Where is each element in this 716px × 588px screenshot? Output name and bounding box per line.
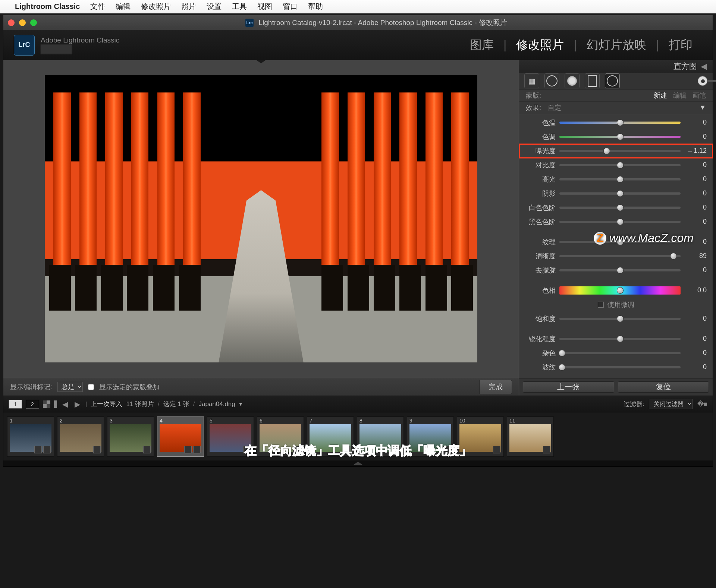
module-print[interactable]: 打印 [659,37,702,53]
filter-label: 过滤器: [624,400,644,408]
slider-saturation-track[interactable] [559,318,681,320]
histogram-header[interactable]: 直方图 ◀ [519,60,713,73]
canvas-footer: 显示编辑标记: 总是 显示选定的蒙版叠加 完成 [3,378,519,396]
thumb-4[interactable]: 4 [157,416,204,457]
graduated-filter-tool-icon[interactable] [585,73,600,88]
redeye-tool-icon[interactable] [565,73,580,88]
fine-adjust-row: 使用微调 [519,298,713,312]
mask-tab-brush[interactable]: 画笔 [693,91,706,100]
module-library[interactable]: 图库 [460,37,503,53]
macos-menu-bar: Lightroom Classic 文件 编辑 修改照片 照片 设置 工具 视图… [0,0,716,13]
reset-button[interactable]: 复位 [618,381,709,393]
thumb-11[interactable]: 11 [507,416,554,457]
thumb-9[interactable]: 9 [407,416,454,457]
slider-hue-track[interactable] [559,286,681,295]
thumb-5[interactable]: 5 [207,416,254,457]
spot-removal-tool-icon[interactable] [544,73,559,88]
zoom-icon[interactable] [30,19,37,26]
fine-adjust-label: 使用微调 [607,300,634,309]
slider-shadows-track[interactable] [559,192,681,195]
slider-tint-track[interactable] [559,136,681,138]
chevron-down-icon[interactable]: ▾ [239,400,242,408]
thumb-6[interactable]: 6 [257,416,304,457]
show-mask-overlay-checkbox[interactable] [88,384,94,390]
slider-blacks-track[interactable] [559,221,681,223]
thumb-1[interactable]: 1 [7,416,54,457]
menu-view[interactable]: 视图 [257,1,272,12]
main-photo[interactable] [45,75,477,362]
slider-dehaze-track[interactable] [559,269,681,271]
module-develop[interactable]: 修改照片 [506,37,574,53]
menu-photo[interactable]: 照片 [181,1,196,12]
slider-contrast-track[interactable] [559,164,681,166]
slider-dehaze: 去朦胧0 [519,263,713,277]
edit-marks-select[interactable]: 总是 [57,382,83,392]
menu-edit[interactable]: 编辑 [116,1,131,12]
module-slideshow[interactable]: 幻灯片放映 [577,37,656,53]
breadcrumb-source[interactable]: 上一次导入 [91,400,122,408]
menu-app-name[interactable]: Lightroom Classic [15,2,80,11]
chevron-left-icon[interactable]: ◀ [701,62,707,71]
menu-settings[interactable]: 设置 [207,1,222,12]
thumb-3[interactable]: 3 [107,416,154,457]
single-view-icon[interactable] [54,400,57,408]
mask-tab-edit[interactable]: 编辑 [673,91,687,100]
filter-select[interactable]: 关闭过滤器 [649,399,693,409]
slider-sharpness: 锐化程度0 [519,332,713,346]
show-mask-overlay-label: 显示选定的蒙版叠加 [99,383,160,392]
badge-icon [343,446,351,453]
slider-hue: 色相0.0 [519,283,713,298]
view-mode-1[interactable]: 1 [9,400,22,409]
grid-view-icon[interactable] [43,400,50,408]
slider-sharpness-track[interactable] [559,338,681,340]
filter-lock-icon[interactable]: �■ [697,400,707,408]
close-icon[interactable] [8,19,15,26]
slider-contrast: 对比度0 [519,158,713,172]
menu-develop[interactable]: 修改照片 [141,1,171,12]
thumb-7[interactable]: 7 [307,416,354,457]
slider-texture-track[interactable] [559,241,681,243]
slider-noise-track[interactable] [559,352,681,354]
slider-clarity-track[interactable] [559,255,681,257]
lrc-badge-icon: Lrc [245,19,254,27]
menu-file[interactable]: 文件 [90,1,105,12]
thumb-10[interactable]: 10 [457,416,504,457]
top-panel-toggle-icon[interactable] [256,60,266,63]
slider-highlights-track[interactable] [559,178,681,180]
filmstrip-bar: 1 2 ◀ ▶ | 上一次导入 11 张照片/ 选定 1 张/ Japan04.… [3,396,713,412]
fine-adjust-checkbox[interactable] [598,302,604,308]
badge-icon [493,446,500,453]
brush-size-knob[interactable] [698,76,707,86]
effect-row: 效果: 自定 ▼ [519,102,713,114]
menu-help[interactable]: 帮助 [308,1,323,12]
slider-whites-track[interactable] [559,207,681,209]
nav-forward-icon[interactable]: ▶ [73,400,82,409]
effect-preset[interactable]: 自定 [548,103,561,112]
crop-tool-icon[interactable]: ▦ [524,73,539,88]
traffic-lights [8,19,37,26]
slider-moire-track[interactable] [559,366,681,368]
badge-icon [443,446,450,453]
badge-icon [293,446,301,453]
badge-icon [34,446,42,453]
minimize-icon[interactable] [19,19,26,26]
current-filename: Japan04.dng [198,400,235,408]
slider-exposure-track[interactable] [559,150,681,152]
bottom-panel-toggle-icon[interactable] [3,460,713,466]
view-mode-2[interactable]: 2 [26,400,39,409]
slider-tint: 色调0 [519,130,713,144]
slider-temp-track[interactable] [559,122,681,124]
mask-tab-new[interactable]: 新建 [654,91,667,100]
menu-window[interactable]: 窗口 [283,1,298,12]
done-button[interactable]: 完成 [479,380,512,394]
menu-tools[interactable]: 工具 [232,1,247,12]
thumb-8[interactable]: 8 [357,416,404,457]
nav-back-icon[interactable]: ◀ [61,400,69,409]
radial-filter-tool-icon[interactable] [605,73,620,88]
effect-disclosure-icon[interactable]: ▼ [699,104,706,111]
prev-photo-button[interactable]: 上一张 [523,381,614,393]
slider-saturation: 饱和度0 [519,312,713,326]
badge-icon [543,446,550,453]
thumb-2[interactable]: 2 [57,416,104,457]
badge-icon [393,446,401,453]
